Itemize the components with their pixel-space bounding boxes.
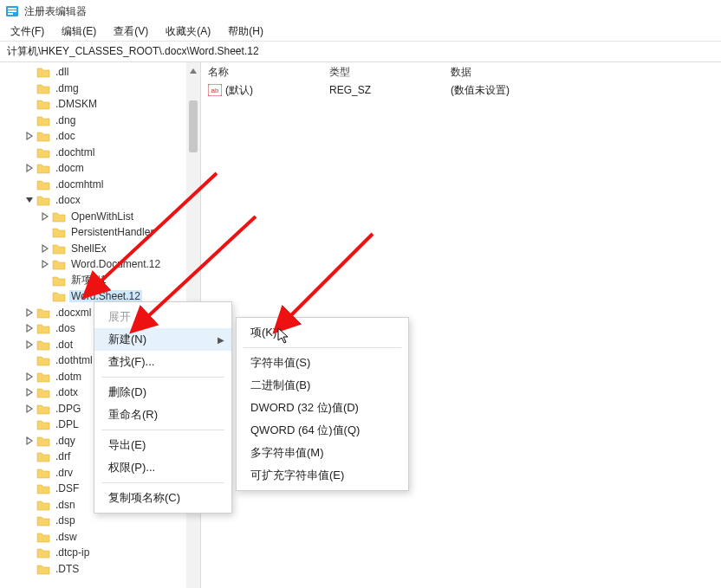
folder-icon	[36, 66, 50, 78]
svg-rect-3	[8, 13, 13, 15]
folder-icon	[36, 482, 50, 494]
col-type[interactable]: 类型	[322, 65, 444, 80]
tree-item[interactable]: Word.Document.12	[0, 256, 186, 273]
tree-item-label: .dotx	[54, 386, 80, 398]
tree-twisty-icon[interactable]	[24, 307, 35, 318]
tree-item-label: .docxml	[54, 307, 93, 319]
folder-icon	[36, 82, 50, 94]
menu-help[interactable]: 帮助(H)	[221, 23, 270, 41]
list-header[interactable]: 名称 类型 数据	[201, 62, 721, 81]
col-data[interactable]: 数据	[444, 65, 721, 80]
ctx-dword[interactable]: DWORD (32 位)值(D)	[237, 397, 408, 419]
menu-edit[interactable]: 编辑(E)	[55, 23, 103, 41]
tree-item-label: .DTS	[54, 563, 81, 575]
tree-item-label: ShellEx	[69, 242, 108, 255]
folder-icon	[36, 371, 50, 383]
tree-item-label: .dng	[54, 114, 77, 126]
ctx-binary[interactable]: 二进制值(B)	[237, 374, 408, 397]
scroll-thumb[interactable]	[189, 100, 198, 152]
tree-item[interactable]: .dmg	[0, 81, 186, 97]
folder-icon	[36, 450, 50, 462]
menu-file[interactable]: 文件(F)	[3, 23, 51, 41]
tree-item[interactable]: .dochtml	[0, 145, 186, 161]
tree-item-label: .dsn	[54, 499, 77, 511]
folder-icon	[36, 114, 50, 126]
tree-item-label: .dothtml	[54, 354, 94, 366]
ctx-export[interactable]: 导出(E)	[94, 434, 231, 456]
folder-icon	[52, 275, 66, 287]
tree-item[interactable]: .docm	[0, 160, 186, 177]
ctx-qword[interactable]: QWORD (64 位)值(Q)	[237, 419, 408, 442]
tree-item-label: .drv	[54, 467, 75, 479]
scroll-up-icon[interactable]	[189, 65, 198, 74]
folder-icon	[36, 339, 50, 351]
regedit-app-icon	[5, 4, 19, 18]
tree-item[interactable]: .docx	[0, 192, 186, 209]
tree-item[interactable]: ShellEx	[0, 241, 186, 257]
col-name[interactable]: 名称	[201, 65, 322, 80]
folder-icon	[52, 210, 66, 223]
tree-item-label: .dsp	[54, 514, 77, 527]
tree-item-label: .docm	[54, 162, 86, 174]
tree-item[interactable]: .dng	[0, 113, 186, 129]
ctx-new[interactable]: 新建(N) ▶	[94, 328, 231, 351]
tree-item-label: .dos	[54, 322, 77, 334]
tree-twisty-icon[interactable]	[24, 404, 35, 414]
svg-rect-2	[8, 10, 16, 12]
submenu-arrow-icon: ▶	[218, 335, 224, 345]
menu-bar: 文件(F) 编辑(E) 查看(V) 收藏夹(A) 帮助(H)	[0, 23, 721, 42]
tree-item-label: Word.Document.12	[69, 258, 162, 270]
ctx-expandsz[interactable]: 可扩充字符串值(E)	[237, 464, 408, 487]
tree-twisty-icon[interactable]	[24, 436, 35, 446]
folder-icon	[36, 499, 50, 511]
folder-icon	[36, 130, 50, 142]
tree-twisty-icon[interactable]	[40, 243, 50, 254]
tree-item[interactable]: OpenWithList	[0, 209, 186, 225]
ctx-rename[interactable]: 重命名(R)	[94, 404, 231, 426]
tree-item[interactable]: .dsp	[0, 513, 186, 529]
ctx-perm[interactable]: 权限(P)...	[94, 456, 231, 479]
tree-twisty-icon[interactable]	[24, 163, 35, 173]
tree-twisty-icon[interactable]	[24, 372, 35, 382]
tree-item[interactable]: .DTS	[0, 561, 186, 578]
folder-icon	[36, 194, 50, 206]
tree-item[interactable]: .dtcp-ip	[0, 545, 186, 561]
tree-item[interactable]: 新项 #1	[0, 273, 186, 289]
ctx-find[interactable]: 查找(F)...	[94, 351, 231, 373]
ctx-copyname[interactable]: 复制项名称(C)	[94, 487, 231, 509]
tree-twisty-icon[interactable]	[24, 323, 35, 333]
tree-item[interactable]: .DMSKM	[0, 96, 186, 113]
tree-item-label: .dotm	[54, 371, 83, 383]
tree-twisty-icon[interactable]	[24, 195, 35, 205]
ctx-key[interactable]: 项(K)	[237, 321, 408, 344]
tree-twisty-icon[interactable]	[24, 387, 35, 397]
tree-item[interactable]: .dll	[0, 64, 186, 81]
ctx-delete[interactable]: 删除(D)	[94, 381, 231, 404]
tree-twisty-icon[interactable]	[40, 259, 50, 269]
ctx-expand[interactable]: 展开	[94, 306, 231, 328]
folder-icon	[36, 386, 50, 398]
address-bar[interactable]: 计算机\HKEY_CLASSES_ROOT\.docx\Word.Sheet.1…	[0, 42, 721, 62]
tree-item-label: .dochtml	[54, 146, 96, 158]
tree-twisty-icon[interactable]	[24, 131, 35, 141]
ctx-string[interactable]: 字符串值(S)	[237, 352, 408, 374]
ctx-sep	[244, 347, 401, 348]
tree-item[interactable]: PersistentHandler	[0, 224, 186, 241]
menu-fav[interactable]: 收藏夹(A)	[159, 23, 218, 41]
context-submenu-new: 项(K) 字符串值(S) 二进制值(B) DWORD (32 位)值(D) QW…	[236, 317, 409, 491]
tree-item[interactable]: .doc	[0, 128, 186, 145]
tree-twisty-icon[interactable]	[40, 211, 50, 222]
folder-icon	[36, 403, 50, 415]
menu-view[interactable]: 查看(V)	[107, 23, 155, 41]
tree-item[interactable]: .dsw	[0, 529, 186, 546]
tree-item-label: .DPL	[54, 418, 81, 430]
folder-icon	[36, 354, 50, 366]
string-value-icon: ab	[208, 84, 222, 96]
folder-icon	[52, 242, 66, 255]
tree-twisty-icon[interactable]	[24, 339, 35, 350]
tree-item[interactable]: .docmhtml	[0, 177, 186, 193]
svg-text:ab: ab	[211, 87, 219, 94]
list-row[interactable]: ab (默认) REG_SZ (数值未设置)	[201, 81, 721, 99]
tree-item-label: .DSF	[54, 482, 81, 494]
ctx-multisz[interactable]: 多字符串值(M)	[237, 442, 408, 464]
